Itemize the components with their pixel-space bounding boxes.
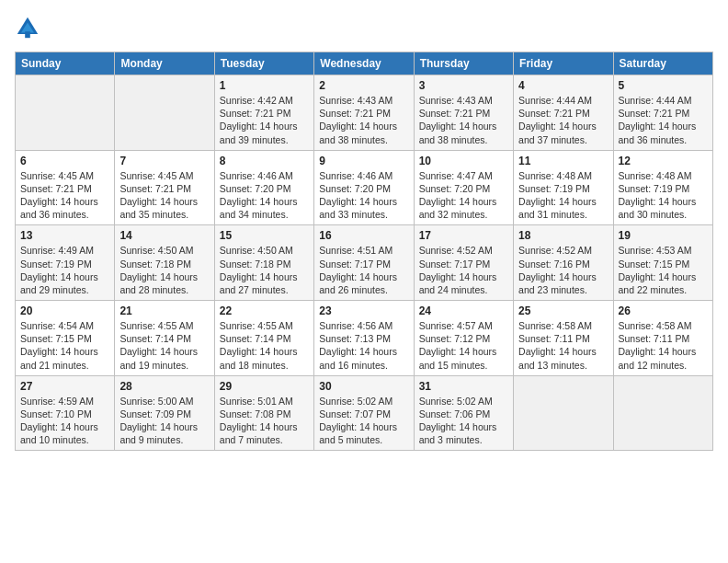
weekday-header-saturday: Saturday <box>613 52 712 75</box>
day-number: 21 <box>119 304 209 317</box>
day-info: Sunrise: 4:46 AM Sunset: 7:20 PM Dayligh… <box>319 169 408 222</box>
day-number: 27 <box>20 380 109 393</box>
page-header <box>15 15 713 40</box>
day-number: 3 <box>419 79 508 92</box>
day-number: 23 <box>319 304 408 317</box>
calendar-cell: 12Sunrise: 4:48 AM Sunset: 7:19 PM Dayli… <box>613 150 712 225</box>
calendar-cell: 18Sunrise: 4:52 AM Sunset: 7:16 PM Dayli… <box>514 225 613 301</box>
calendar-cell: 2Sunrise: 4:43 AM Sunset: 7:21 PM Daylig… <box>314 75 414 151</box>
calendar-cell: 22Sunrise: 4:55 AM Sunset: 7:14 PM Dayli… <box>214 301 313 376</box>
day-info: Sunrise: 4:44 AM Sunset: 7:21 PM Dayligh… <box>619 94 708 146</box>
day-info: Sunrise: 4:55 AM Sunset: 7:14 PM Dayligh… <box>119 319 209 372</box>
day-info: Sunrise: 5:02 AM Sunset: 7:06 PM Dayligh… <box>419 395 508 447</box>
calendar-cell: 29Sunrise: 5:01 AM Sunset: 7:08 PM Dayli… <box>214 375 313 451</box>
day-info: Sunrise: 4:50 AM Sunset: 7:18 PM Dayligh… <box>119 244 209 296</box>
calendar-cell <box>514 375 613 451</box>
day-number: 28 <box>119 380 209 393</box>
day-info: Sunrise: 4:52 AM Sunset: 7:17 PM Dayligh… <box>419 244 508 296</box>
day-number: 13 <box>20 229 109 242</box>
calendar-cell: 7Sunrise: 4:45 AM Sunset: 7:21 PM Daylig… <box>115 150 214 225</box>
day-info: Sunrise: 4:47 AM Sunset: 7:20 PM Dayligh… <box>419 169 508 222</box>
weekday-header-monday: Monday <box>115 52 214 75</box>
calendar-cell <box>613 375 712 451</box>
weekday-header-wednesday: Wednesday <box>314 52 414 75</box>
day-info: Sunrise: 4:52 AM Sunset: 7:16 PM Dayligh… <box>518 244 608 296</box>
day-info: Sunrise: 4:56 AM Sunset: 7:13 PM Dayligh… <box>319 319 408 372</box>
calendar-cell: 15Sunrise: 4:50 AM Sunset: 7:18 PM Dayli… <box>214 225 313 301</box>
day-info: Sunrise: 4:55 AM Sunset: 7:14 PM Dayligh… <box>220 319 309 372</box>
day-number: 4 <box>518 79 608 92</box>
calendar-cell: 14Sunrise: 4:50 AM Sunset: 7:18 PM Dayli… <box>115 225 214 301</box>
day-info: Sunrise: 4:54 AM Sunset: 7:15 PM Dayligh… <box>20 319 109 372</box>
calendar-week-row: 20Sunrise: 4:54 AM Sunset: 7:15 PM Dayli… <box>16 301 713 376</box>
day-info: Sunrise: 5:01 AM Sunset: 7:08 PM Dayligh… <box>220 395 309 447</box>
calendar-cell <box>115 75 214 151</box>
day-number: 16 <box>319 229 408 242</box>
calendar-week-row: 27Sunrise: 4:59 AM Sunset: 7:10 PM Dayli… <box>16 375 713 451</box>
calendar-cell: 3Sunrise: 4:43 AM Sunset: 7:21 PM Daylig… <box>414 75 513 151</box>
day-info: Sunrise: 4:53 AM Sunset: 7:15 PM Dayligh… <box>619 244 708 296</box>
day-number: 24 <box>419 304 508 317</box>
calendar-cell: 25Sunrise: 4:58 AM Sunset: 7:11 PM Dayli… <box>514 301 613 376</box>
day-number: 15 <box>220 229 309 242</box>
day-number: 11 <box>518 155 608 167</box>
day-number: 20 <box>20 304 109 317</box>
calendar-cell: 1Sunrise: 4:42 AM Sunset: 7:21 PM Daylig… <box>214 75 313 151</box>
weekday-header-tuesday: Tuesday <box>214 52 313 75</box>
day-number: 9 <box>319 155 408 167</box>
day-info: Sunrise: 4:59 AM Sunset: 7:10 PM Dayligh… <box>20 395 109 447</box>
day-number: 19 <box>619 229 708 242</box>
day-info: Sunrise: 4:48 AM Sunset: 7:19 PM Dayligh… <box>619 169 708 222</box>
calendar-cell: 9Sunrise: 4:46 AM Sunset: 7:20 PM Daylig… <box>314 150 414 225</box>
calendar-week-row: 1Sunrise: 4:42 AM Sunset: 7:21 PM Daylig… <box>16 75 713 151</box>
calendar-cell: 26Sunrise: 4:58 AM Sunset: 7:11 PM Dayli… <box>613 301 712 376</box>
calendar-cell: 13Sunrise: 4:49 AM Sunset: 7:19 PM Dayli… <box>16 225 115 301</box>
day-info: Sunrise: 4:51 AM Sunset: 7:17 PM Dayligh… <box>319 244 408 296</box>
calendar-cell: 5Sunrise: 4:44 AM Sunset: 7:21 PM Daylig… <box>613 75 712 151</box>
day-info: Sunrise: 4:50 AM Sunset: 7:18 PM Dayligh… <box>220 244 309 296</box>
calendar-cell: 17Sunrise: 4:52 AM Sunset: 7:17 PM Dayli… <box>414 225 513 301</box>
day-number: 22 <box>220 304 309 317</box>
weekday-header-row: SundayMondayTuesdayWednesdayThursdayFrid… <box>16 52 713 75</box>
calendar-cell: 8Sunrise: 4:46 AM Sunset: 7:20 PM Daylig… <box>214 150 313 225</box>
calendar-cell <box>16 75 115 151</box>
day-number: 5 <box>619 79 708 92</box>
day-info: Sunrise: 5:02 AM Sunset: 7:07 PM Dayligh… <box>319 395 408 447</box>
day-number: 18 <box>518 229 608 242</box>
calendar-cell: 6Sunrise: 4:45 AM Sunset: 7:21 PM Daylig… <box>16 150 115 225</box>
day-number: 31 <box>419 380 508 393</box>
day-number: 10 <box>419 155 508 167</box>
calendar-week-row: 13Sunrise: 4:49 AM Sunset: 7:19 PM Dayli… <box>16 225 713 301</box>
day-number: 30 <box>319 380 408 393</box>
logo-icon <box>15 15 40 40</box>
day-number: 17 <box>419 229 508 242</box>
day-number: 25 <box>518 304 608 317</box>
day-info: Sunrise: 4:58 AM Sunset: 7:11 PM Dayligh… <box>518 319 608 372</box>
calendar-cell: 10Sunrise: 4:47 AM Sunset: 7:20 PM Dayli… <box>414 150 513 225</box>
svg-rect-2 <box>25 31 30 38</box>
calendar-table: SundayMondayTuesdayWednesdayThursdayFrid… <box>15 52 713 451</box>
calendar-cell: 23Sunrise: 4:56 AM Sunset: 7:13 PM Dayli… <box>314 301 414 376</box>
day-info: Sunrise: 4:43 AM Sunset: 7:21 PM Dayligh… <box>319 94 408 146</box>
calendar-cell: 20Sunrise: 4:54 AM Sunset: 7:15 PM Dayli… <box>16 301 115 376</box>
weekday-header-friday: Friday <box>514 52 613 75</box>
day-info: Sunrise: 4:43 AM Sunset: 7:21 PM Dayligh… <box>419 94 508 146</box>
day-info: Sunrise: 4:46 AM Sunset: 7:20 PM Dayligh… <box>220 169 309 222</box>
day-number: 14 <box>119 229 209 242</box>
weekday-header-thursday: Thursday <box>414 52 513 75</box>
day-number: 7 <box>119 155 209 167</box>
day-info: Sunrise: 5:00 AM Sunset: 7:09 PM Dayligh… <box>119 395 209 447</box>
calendar-cell: 31Sunrise: 5:02 AM Sunset: 7:06 PM Dayli… <box>414 375 513 451</box>
calendar-cell: 19Sunrise: 4:53 AM Sunset: 7:15 PM Dayli… <box>613 225 712 301</box>
calendar-cell: 24Sunrise: 4:57 AM Sunset: 7:12 PM Dayli… <box>414 301 513 376</box>
calendar-cell: 28Sunrise: 5:00 AM Sunset: 7:09 PM Dayli… <box>115 375 214 451</box>
logo <box>15 15 44 40</box>
day-info: Sunrise: 4:45 AM Sunset: 7:21 PM Dayligh… <box>20 169 109 222</box>
weekday-header-sunday: Sunday <box>16 52 115 75</box>
calendar-header: SundayMondayTuesdayWednesdayThursdayFrid… <box>16 52 713 75</box>
day-number: 8 <box>220 155 309 167</box>
calendar-cell: 30Sunrise: 5:02 AM Sunset: 7:07 PM Dayli… <box>314 375 414 451</box>
day-number: 12 <box>619 155 708 167</box>
day-number: 2 <box>319 79 408 92</box>
calendar-cell: 16Sunrise: 4:51 AM Sunset: 7:17 PM Dayli… <box>314 225 414 301</box>
